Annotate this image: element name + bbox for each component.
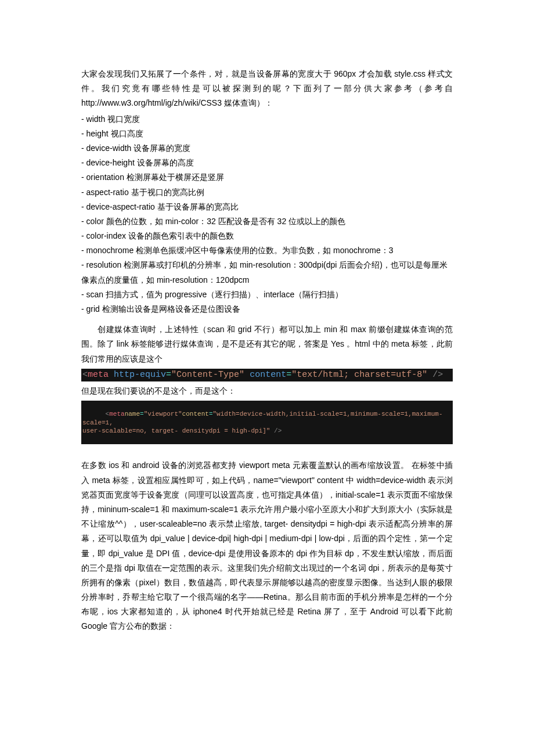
- code-token: "viewport": [144, 411, 182, 417]
- code-token: "text/html; charset=utf-8": [291, 369, 427, 381]
- paragraph-but-now: 但是现在我们要说的不是这个，而是这个：: [81, 384, 453, 398]
- code-token: />: [432, 369, 443, 381]
- code-token: [244, 369, 250, 381]
- code-token: meta: [109, 411, 124, 417]
- code-token: =: [140, 411, 144, 417]
- list-item: - resolution 检测屏幕或打印机的分辨率，如 min-resoluti…: [81, 258, 453, 287]
- code-token: content: [182, 411, 209, 417]
- code-token: user-scalable=no, target- densitydpi = h…: [82, 427, 270, 434]
- code-token: =: [286, 369, 291, 381]
- code-token: meta: [88, 369, 109, 381]
- list-item: - color 颜色的位数，如 min-color：32 匹配设备是否有 32 …: [81, 214, 453, 229]
- list-item: - device-height 设备屏幕的高度: [81, 156, 453, 170]
- list-item: - device-width 设备屏幕的宽度: [81, 141, 453, 156]
- code-token: [109, 369, 114, 381]
- code-token: content: [250, 369, 286, 381]
- list-item: - height 视口高度: [81, 127, 453, 141]
- code-block-meta-charset: <meta http-equiv="Content-Type" content=…: [81, 369, 453, 381]
- list-item: - orientation 检测屏幕处于横屏还是竖屏: [81, 170, 453, 185]
- list-item: - width 视口宽度: [81, 112, 453, 127]
- code-token: <: [82, 369, 88, 381]
- code-token: =: [166, 369, 171, 381]
- paragraph-viewport-explain: 在多数 ios 和 android 设备的浏览器都支持 viewport met…: [81, 458, 453, 633]
- list-item: - color-index 设备的颜色索引表中的颜色数: [81, 229, 453, 243]
- list-item: - monochrome 检测单色振缓冲区中每像素使用的位数。为非负数，如 mo…: [81, 243, 453, 258]
- list-item: - grid 检测输出设备是网格设备还是位图设备: [81, 302, 453, 316]
- list-item: - scan 扫描方式，值为 progressive（逐行扫描）、interla…: [81, 287, 453, 302]
- code-token: />: [274, 427, 282, 434]
- feature-list: - width 视口宽度 - height 视口高度 - device-widt…: [81, 112, 453, 317]
- intro-paragraph: 大家会发现我们又拓展了一个条件，对，就是当设备屏幕的宽度大于 960px 才会加…: [81, 67, 453, 111]
- code-token: http-equiv: [114, 369, 166, 381]
- paragraph-media-query-range: 创建媒体查询时，上述特性（scan 和 grid 不行）都可以加上 min 和 …: [81, 322, 453, 366]
- list-item: - device-aspect-ratio 基于设备屏幕的宽高比: [81, 200, 453, 214]
- code-token: [427, 369, 432, 381]
- list-item: - aspect-ratio 基于视口的宽高比例: [81, 185, 453, 200]
- document-page: 大家会发现我们又拓展了一个条件，对，就是当设备屏幕的宽度大于 960px 才会加…: [0, 0, 534, 756]
- code-block-meta-viewport: <metaname="viewport"content="width=devic…: [81, 401, 453, 444]
- code-token: name: [125, 411, 140, 417]
- code-token: "Content-Type": [171, 369, 244, 381]
